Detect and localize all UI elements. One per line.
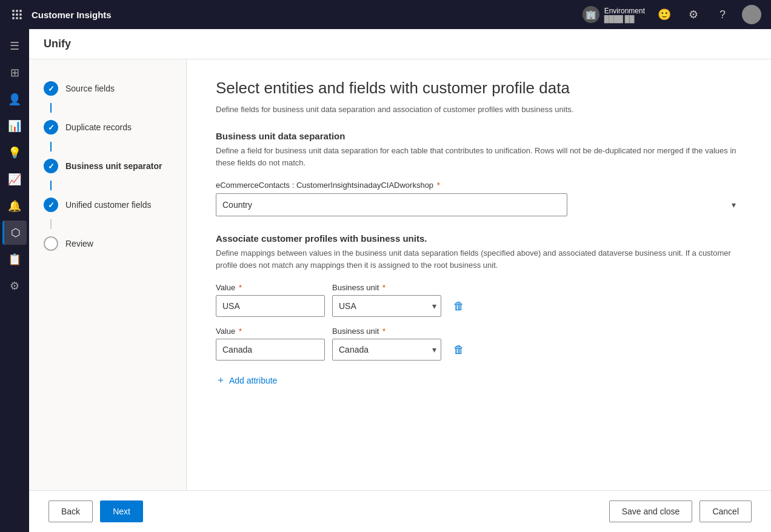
plus-icon: ＋ <box>216 374 225 387</box>
step-icon-review <box>44 236 58 251</box>
save-close-button[interactable]: Save and close <box>609 500 693 522</box>
next-button[interactable]: Next <box>100 500 143 522</box>
nav-settings[interactable]: ⚙ <box>2 274 27 298</box>
step-connector-4 <box>50 219 52 229</box>
nav-trends[interactable]: 📈 <box>2 167 27 191</box>
delete-row-2-button[interactable]: 🗑 <box>449 339 469 361</box>
req-marker-v2: * <box>239 327 242 336</box>
steps-sidebar: ✓ Source fields ✓ Duplicate records ✓ Bu… <box>29 59 187 490</box>
section-heading: Select entities and fields with customer… <box>216 79 742 98</box>
nav-home[interactable]: ☰ <box>2 34 27 58</box>
step-icon-source-fields: ✓ <box>44 81 58 96</box>
app-title: Customer Insights <box>32 10 575 20</box>
action-bar: Back Next Save and close Cancel <box>29 490 771 532</box>
step-label-duplicate-records: Duplicate records <box>65 122 132 132</box>
step-review[interactable]: Review <box>39 229 176 258</box>
business-unit-select-wrapper-2: Canada USA ▾ <box>332 339 441 361</box>
req-marker-bu2: * <box>382 327 386 336</box>
value-group-2: Value * <box>216 327 325 361</box>
step-connector-3 <box>50 181 52 190</box>
business-unit-select-wrapper-1: USA Canada ▾ <box>332 295 441 317</box>
business-unit-label-2: Business unit * <box>332 327 441 336</box>
dropdown-field-label: eCommerceContacts : CustomerInsightsinad… <box>216 181 742 190</box>
req-marker-bu1: * <box>382 283 386 292</box>
assoc-title: Associate customer profiles with busines… <box>216 233 742 244</box>
value-input-2[interactable] <box>216 339 325 361</box>
page-title: Unify <box>44 38 71 50</box>
step-duplicate-records[interactable]: ✓ Duplicate records <box>39 113 176 142</box>
main-layout: ☰ ⊞ 👤 📊 💡 📈 🔔 ⬡ 📋 ⚙ Unify ✓ Source field… <box>0 29 771 532</box>
business-unit-group-2: Business unit * Canada USA ▾ <box>332 327 441 361</box>
mapping-row-1: Value * Business unit * <box>216 283 742 317</box>
req-marker-v1: * <box>239 283 242 292</box>
nav-people[interactable]: 👤 <box>2 87 27 111</box>
back-button[interactable]: Back <box>48 500 93 522</box>
delete-row-1-button[interactable]: 🗑 <box>449 295 469 317</box>
smiley-icon[interactable]: 🙂 <box>655 5 674 24</box>
associate-section: Associate customer profiles with busines… <box>216 233 742 390</box>
business-unit-select-2[interactable]: Canada USA <box>332 339 441 361</box>
content-area: Unify ✓ Source fields ✓ Duplicate record… <box>29 29 771 532</box>
mapping-row-2: Value * Business unit * <box>216 327 742 361</box>
inner-layout: ✓ Source fields ✓ Duplicate records ✓ Bu… <box>29 59 771 490</box>
step-label-source-fields: Source fields <box>65 84 115 93</box>
action-bar-right: Save and close Cancel <box>609 500 752 522</box>
step-icon-unified-customer-fields: ✓ <box>44 198 58 212</box>
value-label-2: Value * <box>216 327 325 336</box>
business-separation-section: Business unit data separation Define a f… <box>216 131 742 216</box>
cancel-button[interactable]: Cancel <box>699 500 752 522</box>
step-unified-customer-fields[interactable]: ✓ Unified customer fields <box>39 190 176 219</box>
help-icon[interactable]: ? <box>713 5 732 24</box>
step-source-fields[interactable]: ✓ Source fields <box>39 74 176 103</box>
required-marker: * <box>437 181 440 190</box>
step-connector-2 <box>50 142 52 151</box>
value-label-1: Value * <box>216 283 325 292</box>
step-label-review: Review <box>65 239 93 248</box>
assoc-desc: Define mappings between values in the bu… <box>216 247 742 271</box>
topbar-right: 🏢 Environment ████ ██ 🙂 ⚙ ? <box>582 5 761 24</box>
select-chevron-icon: ▾ <box>732 200 736 210</box>
environment-label: Environment ████ ██ <box>604 7 645 22</box>
grid-menu-icon[interactable] <box>10 7 24 22</box>
step-connector-1 <box>50 103 52 113</box>
nav-reports[interactable]: 📋 <box>2 247 27 271</box>
step-label-business-unit-separator: Business unit separator <box>65 161 162 171</box>
business-unit-select-1[interactable]: USA Canada <box>332 295 441 317</box>
add-attribute-button[interactable]: ＋ Add attribute <box>216 370 277 390</box>
environment-info[interactable]: 🏢 Environment ████ ██ <box>582 6 645 23</box>
user-avatar[interactable] <box>742 5 761 24</box>
step-business-unit-separator[interactable]: ✓ Business unit separator <box>39 151 176 181</box>
biz-sep-title: Business unit data separation <box>216 131 742 141</box>
icon-nav: ☰ ⊞ 👤 📊 💡 📈 🔔 ⬡ 📋 ⚙ <box>0 29 29 532</box>
main-content: Select entities and fields with customer… <box>187 59 771 490</box>
biz-sep-desc: Define a field for business unit data se… <box>216 145 742 168</box>
nav-lightbulb[interactable]: 🔔 <box>2 194 27 218</box>
section-subtitle: Define fields for business unit data sep… <box>216 105 742 114</box>
environment-icon: 🏢 <box>582 6 599 23</box>
settings-icon[interactable]: ⚙ <box>684 5 703 24</box>
step-label-unified-customer-fields: Unified customer fields <box>65 200 152 210</box>
business-unit-group-1: Business unit * USA Canada ▾ <box>332 283 441 317</box>
business-unit-label-1: Business unit * <box>332 283 441 292</box>
page-header: Unify <box>29 29 771 59</box>
value-group-1: Value * <box>216 283 325 317</box>
value-input-1[interactable] <box>216 295 325 317</box>
nav-insights[interactable]: 💡 <box>2 141 27 165</box>
nav-segments[interactable]: ⬡ <box>2 221 27 245</box>
step-icon-business-unit-separator: ✓ <box>44 159 58 173</box>
country-select-wrapper: Country Region City ▾ <box>216 193 742 216</box>
topbar: Customer Insights 🏢 Environment ████ ██ … <box>0 0 771 29</box>
nav-dashboard[interactable]: ⊞ <box>2 61 27 85</box>
step-icon-duplicate-records: ✓ <box>44 120 58 135</box>
nav-analytics[interactable]: 📊 <box>2 114 27 138</box>
country-select[interactable]: Country Region City <box>216 193 567 216</box>
add-attribute-label: Add attribute <box>229 376 277 385</box>
